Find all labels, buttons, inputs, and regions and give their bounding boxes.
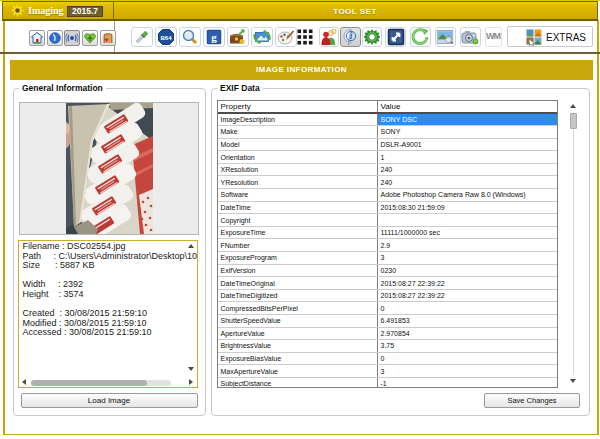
svg-text:i: i bbox=[349, 31, 352, 41]
svg-text:g: g bbox=[211, 31, 217, 43]
svg-text:B64: B64 bbox=[160, 34, 172, 40]
